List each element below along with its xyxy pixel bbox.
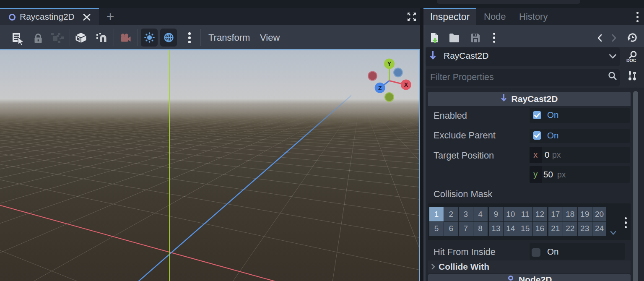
svg-text:DOC: DOC [626,58,636,63]
svg-text:X: X [404,81,408,88]
svg-text:Y: Y [387,60,392,67]
svg-text:Z: Z [378,84,382,91]
